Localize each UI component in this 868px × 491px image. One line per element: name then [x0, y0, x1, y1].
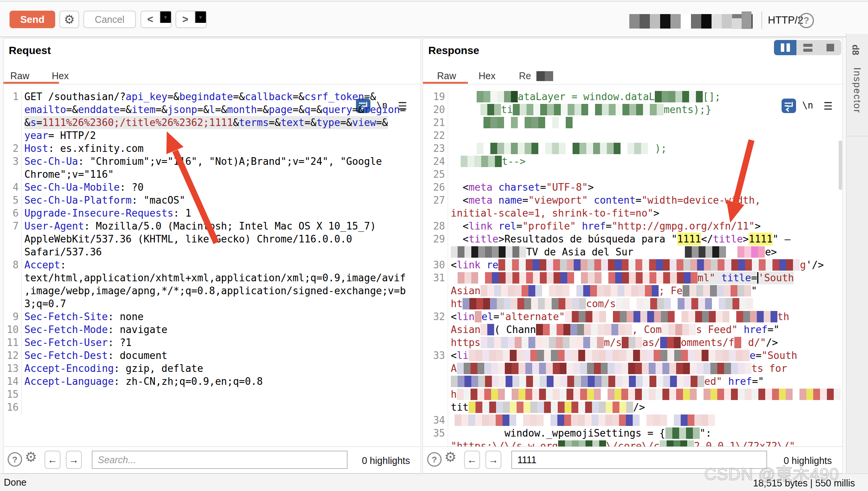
- request-search-input[interactable]: [92, 451, 348, 469]
- code-token: =&: [257, 103, 269, 116]
- code-token: ataLayer = window.dataL: [518, 90, 655, 103]
- layout-columns-button[interactable]: [774, 40, 796, 55]
- search-settings-icon[interactable]: ⚙: [444, 449, 456, 465]
- code-token: =&: [120, 103, 131, 116]
- code-line: <link rel="profile" href="http://gmpg.or…: [451, 220, 761, 233]
- code-token: <: [451, 194, 469, 207]
- code-row: 15: [3, 388, 421, 401]
- code-token: />: [766, 336, 778, 349]
- search-settings-icon[interactable]: ⚙: [25, 449, 37, 465]
- redacted-block: [477, 117, 573, 128]
- code-row: Asian; Fe": [423, 284, 842, 297]
- line-number: 29: [423, 233, 448, 246]
- response-tab-hex[interactable]: Hex: [479, 70, 495, 81]
- settings-button[interactable]: ⚙: [59, 11, 79, 28]
- line-number: 25: [423, 168, 448, 181]
- response-tab-bar: Raw Hex Re \n ☰: [423, 68, 842, 84]
- request-editor[interactable]: 1GET /southasian/?api_key=&begindate=&ca…: [3, 90, 421, 446]
- response-tab-raw[interactable]: Raw: [437, 70, 456, 81]
- code-token: =&: [310, 103, 322, 116]
- response-panel-title: Response: [428, 45, 479, 57]
- code-token: [493, 181, 499, 194]
- code-token: link: [469, 220, 493, 233]
- redacted-block: [685, 246, 726, 258]
- request-tab-raw[interactable]: Raw: [10, 70, 29, 81]
- line-number: [423, 207, 448, 220]
- back-dropdown-caret-icon[interactable]: ▼: [160, 11, 171, 23]
- code-token: Sec-Fetch-Site: [24, 310, 108, 323]
- search-help-icon[interactable]: ?: [8, 452, 22, 467]
- line-number: 30: [423, 258, 448, 271]
- code-row: 12Sec-Fetch-Dest: document: [3, 349, 421, 362]
- line-number: 8: [3, 258, 22, 271]
- line-number: [3, 246, 22, 258]
- code-line: tit/>: [451, 401, 645, 414]
- redacted-block: [480, 104, 501, 115]
- search-next-button[interactable]: →: [66, 451, 82, 469]
- code-row: 16: [3, 401, 421, 414]
- line-number: 12: [3, 349, 22, 362]
- code-token: =: [493, 310, 499, 323]
- code-token: : "macOS": [132, 194, 185, 207]
- response-tab-render-partial[interactable]: Re: [519, 70, 531, 81]
- code-token: >: [755, 220, 761, 233]
- code-token: text/html,application/xhtml+xml,applicat…: [24, 271, 406, 284]
- code-line: <link reg'/>: [451, 258, 824, 271]
- response-editor[interactable]: 19ataLayer = window.dataL[];20timents);}…: [423, 90, 842, 446]
- code-token: ": [751, 284, 757, 297]
- code-row: "https:\/\/s.w.org\/core\/c2.0.0-1\/72x7…: [423, 440, 842, 446]
- line-number: 16: [3, 401, 22, 414]
- forward-button[interactable]: > ▼: [176, 11, 207, 28]
- code-token: >: [588, 181, 594, 194]
- redacted-block: [475, 311, 482, 322]
- redacted-block: [558, 440, 606, 446]
- send-button[interactable]: Send: [10, 11, 55, 28]
- line-number: [423, 284, 448, 297]
- code-token: </: [701, 233, 713, 246]
- search-prev-button[interactable]: ←: [464, 451, 480, 469]
- code-token: Sec-Ch-Ua-Platform: [24, 194, 132, 207]
- layout-rows-button[interactable]: [796, 40, 819, 55]
- line-number: [3, 284, 22, 297]
- redacted-block: [461, 156, 502, 167]
- redacted-block: [477, 91, 518, 102]
- code-line: Asian( Chann, Coms Feed" href=": [451, 323, 779, 336]
- layout-single-button[interactable]: [819, 40, 841, 55]
- redacted-block: [457, 363, 752, 374]
- inspector-tab[interactable]: d8 Inspector: [846, 34, 868, 136]
- cancel-button[interactable]: Cancel: [83, 11, 136, 28]
- help-icon[interactable]: ?: [799, 13, 814, 28]
- forward-dropdown-caret-icon[interactable]: ▼: [195, 11, 206, 23]
- code-token: =: [751, 271, 757, 284]
- response-scrollbar[interactable]: [839, 140, 842, 190]
- line-number: 2: [3, 142, 22, 155]
- back-icon: <: [141, 11, 160, 27]
- line-number: 23: [423, 142, 448, 155]
- code-token: region: [364, 103, 400, 116]
- code-token: charset: [498, 181, 540, 194]
- request-tab-bar: Raw Hex \n ☰: [3, 68, 421, 84]
- code-row: 27 <meta name="viewport" content="width=…: [423, 194, 842, 207]
- http-version-label: HTTP/2: [768, 14, 803, 26]
- code-token: initial-scale=1, shrink-to-fit=no": [451, 207, 653, 220]
- search-next-button[interactable]: →: [485, 451, 501, 469]
- code-token: : Mozilla/5.0 (Macintosh; Intel Mac OS X…: [84, 220, 376, 233]
- code-token: <: [451, 181, 469, 194]
- code-token: =: [516, 220, 522, 233]
- redacted-block: [742, 11, 752, 29]
- search-help-icon[interactable]: ?: [427, 452, 442, 467]
- search-prev-button[interactable]: ←: [45, 451, 61, 469]
- code-token: ti: [501, 103, 513, 116]
- code-token: =&: [269, 116, 281, 129]
- request-tab-hex[interactable]: Hex: [52, 70, 69, 81]
- code-line: window._wpemojiSettings = {":: [451, 427, 712, 440]
- code-token: ":: [700, 427, 712, 440]
- back-button[interactable]: < ▼: [140, 11, 172, 28]
- code-token: "profile": [522, 220, 576, 233]
- redacted-block: [457, 389, 841, 400]
- line-number: [423, 388, 448, 401]
- code-token: ments);}: [664, 103, 711, 116]
- code-token: emailto: [24, 103, 66, 116]
- code-token: <: [451, 349, 457, 362]
- code-row: 31ml" title='South: [423, 271, 842, 284]
